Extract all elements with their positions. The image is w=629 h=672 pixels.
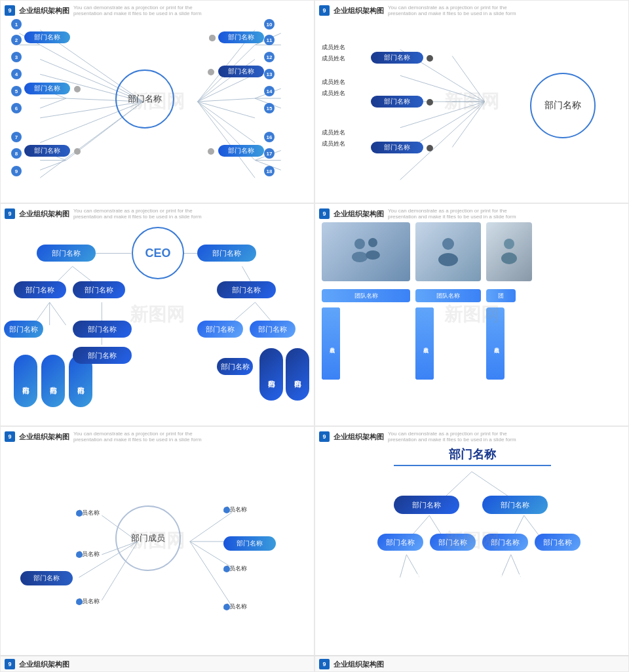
panel-3: 9 企业组织架构图 You can demonstrate as a proje… [0,203,314,426]
node-7: 7 [11,132,22,142]
team-label-3: 团 [486,289,516,302]
node-12: 12 [264,52,275,62]
dot-dept-2 [427,99,433,106]
node-3: 3 [11,52,22,62]
node-8-label: 部门名称 [24,145,70,157]
node-11-label: 部门名称 [218,31,264,43]
dept-r3: 部门名称 [286,348,309,401]
panel-4-title: 企业组织架构图 [334,209,384,219]
panel-3-icon: 9 [5,208,15,219]
dept-bar-2-2: 部门名称 [371,96,423,108]
svg-line-39 [400,102,485,180]
dept-bar-2-3: 部门名称 [371,142,423,153]
panel-4-desc: You can demonstrate as a projection or p… [388,208,519,220]
center-circle-5: 部门成员 [115,505,181,571]
svg-line-22 [40,98,66,108]
panel-8-title: 企业组织架构图 [334,660,384,669]
svg-line-14 [198,102,255,118]
panel-1-title: 企业组织架构图 [19,6,69,16]
panel-7-icon: 9 [5,659,15,669]
dot-dept-3 [427,145,433,151]
svg-line-12 [198,74,255,102]
panel-4-icon: 9 [319,208,330,219]
member-dot-3 [76,599,83,605]
dept-3-1: 部门名称 [4,321,43,338]
node-11: 11 [264,35,275,45]
vtree-l2-2: 部门名称 [430,534,476,551]
node-16: 16 [264,132,275,142]
member-5-5: 成员名称 [223,564,247,573]
svg-line-25 [40,160,66,170]
vtree-root: 部门名称 [394,446,551,466]
dot-11 [209,35,216,41]
node-1: 1 [11,19,22,30]
dept-r1: 部门名称 [217,358,253,375]
svg-point-60 [438,253,458,266]
vtree-l1-1: 部门名称 [394,496,459,514]
dot-5 [74,86,81,92]
panel-6-header: 9 企业组织架构图 You can demonstrate as a proje… [319,431,519,443]
photo-person-icon [432,232,465,271]
member-5-4: 成员名称 [223,505,247,514]
node-2: 2 [11,35,22,45]
node-5: 5 [11,86,22,96]
panel-2-title: 企业组织架构图 [334,6,384,16]
member-5-6: 成员名称 [223,603,247,611]
svg-point-61 [504,239,514,249]
photo-row [322,222,532,281]
panel-2-desc: You can demonstrate as a projection or p… [388,5,519,16]
svg-point-59 [442,238,454,250]
member-col-9: 成员名称 [486,307,505,380]
member-5-3: 成员名称 [76,597,100,606]
panel-7-partial: 9 企业组织架构图 [0,656,314,672]
dept-4-2: 部门名称 [41,355,65,407]
dept-3-2: 部门名称 [73,321,132,338]
svg-line-79 [501,555,511,578]
node-13: 13 [264,69,275,79]
panel-1-desc: You can demonstrate as a projection or p… [73,5,204,16]
dept-2-2: 部门名称 [73,281,125,298]
panel-1: 9 企业组织架构图 You can demonstrate as a proje… [0,0,314,203]
node-17-label: 部门名称 [218,145,264,157]
member-dot-6 [223,604,230,610]
photo-people-icon [347,232,386,271]
panel-3-header: 9 企业组织架构图 You can demonstrate as a proje… [5,208,204,220]
dot-dept-1 [427,55,433,62]
panel-5-desc: You can demonstrate as a projection or p… [73,431,204,443]
svg-line-50 [50,302,66,325]
svg-line-15 [198,102,255,143]
dept-top-right: 部门名称 [197,245,256,262]
panel-3-desc: You can demonstrate as a projection or p… [73,208,204,220]
panel-5-header: 9 企业组织架构图 You can demonstrate as a proje… [5,431,204,443]
panel-2: 9 企业组织架构图 You can demonstrate as a proje… [314,0,629,203]
watermark-2: 新图网 [444,89,499,114]
panel-4-header: 9 企业组织架构图 You can demonstrate as a proje… [319,208,519,220]
team-photo-3 [486,222,532,281]
node-2-label: 部门名称 [24,31,70,43]
svg-line-40 [452,56,485,102]
node-18: 18 [264,166,275,176]
node-5-label: 部门名称 [24,83,70,94]
vtree-l1-2: 部门名称 [482,496,548,514]
panel-6-icon: 9 [319,431,330,442]
member-col-4: 成员名称 [322,307,340,380]
panel-8-partial: 9 企业组织架构图 [314,656,629,672]
node-14: 14 [264,86,275,96]
panel-6-title: 企业组织架构图 [334,432,384,442]
dept-4-1: 部门名称 [14,355,37,407]
photo-person-2-icon [496,232,522,271]
dept-5-left: 部门名称 [20,571,73,585]
panel-5-title: 企业组织架构图 [19,432,69,442]
team-label-2: 团队名称 [415,289,481,302]
dept-top-left: 部门名称 [37,245,96,262]
dot-8 [74,148,81,155]
svg-point-56 [352,252,368,262]
vtree-l2-4: 部门名称 [535,534,581,551]
node-4: 4 [11,69,22,79]
panel-5-icon: 9 [5,431,15,442]
panel-6-desc: You can demonstrate as a projection or p… [388,431,519,443]
panel-7-title: 企业组织架构图 [19,660,69,669]
svg-line-80 [511,555,521,578]
svg-point-62 [501,252,517,264]
svg-line-17 [198,102,255,178]
